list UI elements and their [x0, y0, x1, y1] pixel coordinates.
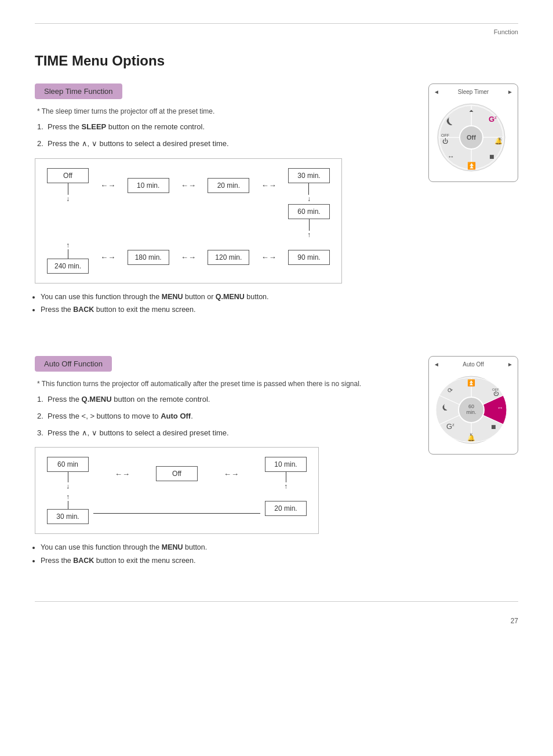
sleep-flow-240-up: ↑ — [66, 241, 70, 249]
sleep-flow-120min: 120 min. — [208, 250, 249, 265]
auto-flow-top-row: 60 min ↓ ←→ Off ←→ 10 min. ↑ — [47, 457, 307, 490]
auto-flow-diagram: 60 min ↓ ←→ Off ←→ 10 min. ↑ ↑ 30 m — [35, 447, 319, 534]
sleep-flow-30-down: ↓ — [307, 195, 311, 203]
sleep-flow-arrow4: ←→ — [94, 253, 121, 261]
sleep-flow-arrow3: ←→ — [256, 181, 282, 190]
sleep-step-1: 1. Press the SLEEP button on the remote … — [37, 121, 420, 133]
auto-step1-num: 1. Press the — [37, 395, 82, 404]
sleep-note: * The sleep timer turns the projector of… — [37, 107, 420, 115]
auto-flow-60-col: 60 min ↓ — [47, 457, 89, 490]
sleep-flow-arrow6: ←→ — [256, 253, 282, 261]
sleep-bullet-2: Press the BACK button to exit the menu s… — [41, 304, 420, 315]
sleep-flow-60-line — [309, 219, 310, 231]
auto-flow-60min: 60 min — [47, 457, 89, 472]
sleep-flow-off-col: Off ↓ — [47, 168, 89, 203]
auto-bullet-2: Press the BACK button to exit the menu s… — [41, 555, 420, 566]
svg-text:⏶: ⏶ — [469, 108, 474, 114]
sleep-flow-240-line — [68, 249, 68, 259]
svg-text:⏾: ⏾ — [442, 404, 449, 411]
auto-flow-10-line — [286, 472, 286, 482]
sleep-remote-title-bar: ◄ Sleep Timer ► — [434, 89, 513, 95]
auto-step3-text: 3. Press the ∧, ∨ buttons to select a de… — [37, 428, 229, 437]
svg-text:OFF: OFF — [441, 133, 449, 137]
sleep-flow-60min-col: 60 min. ↑ — [288, 204, 330, 239]
svg-text:G: G — [489, 115, 494, 123]
auto-flow-30-up: ↑ — [66, 493, 70, 501]
auto-step2-num: 2. Press the <, > buttons to move to — [37, 412, 161, 420]
section-spacer — [35, 339, 518, 356]
svg-text:⏾: ⏾ — [446, 117, 454, 126]
sleep-flow-mid: 60 min. ↑ — [47, 204, 330, 239]
auto-flow-20min: 20 min. — [265, 501, 307, 516]
svg-text:⏻: ⏻ — [493, 391, 499, 397]
auto-flow-30-line — [68, 501, 68, 509]
auto-remote-svg: 60 min. ⏫ ⏻ OFF ↔ ⏹ 🔔 K G z ⏾ ⟳ — [434, 372, 509, 448]
svg-text:60: 60 — [468, 404, 474, 409]
svg-text:↔: ↔ — [497, 404, 504, 411]
svg-text:G: G — [446, 422, 452, 431]
auto-step-1: 1. Press the Q.MENU button on the remote… — [37, 394, 420, 406]
auto-step2-post: . — [191, 412, 193, 420]
auto-flow-30-col: ↑ 30 min. — [47, 493, 89, 524]
sleep-bullet1-qmenu: Q.MENU — [216, 293, 245, 301]
sleep-section-header: Sleep Time Function — [35, 83, 122, 99]
auto-flow-10-col: 10 min. ↑ — [265, 457, 307, 490]
auto-step-3: 3. Press the ∧, ∨ buttons to select a de… — [37, 427, 420, 439]
sleep-flow-180min: 180 min. — [128, 250, 169, 265]
sleep-flow-off: Off — [47, 168, 89, 183]
sleep-flow-arrow2: ←→ — [175, 181, 202, 190]
sleep-bullets: You can use this function through the ME… — [41, 292, 420, 316]
auto-remote-left-arrow: ◄ — [434, 361, 439, 368]
auto-flow-30min: 30 min. — [47, 509, 89, 524]
sleep-flow-bottom-row: ↑ 240 min. ←→ 180 min. ←→ 120 min. ←→ 90… — [47, 241, 330, 274]
page-number: 27 — [511, 617, 518, 625]
sleep-flow-240-col: ↑ 240 min. — [47, 241, 89, 274]
svg-text:z: z — [452, 423, 454, 427]
auto-bullet1-menu: MENU — [162, 543, 183, 551]
auto-flow-bottom-row: ↑ 30 min. 20 min. — [47, 493, 307, 524]
sleep-remote-svg: Off ⏾ G z 🔔 K ⏫ ⏻ OFF — [434, 100, 509, 175]
auto-flow-60-line — [68, 472, 68, 482]
bottom-line — [35, 601, 518, 602]
auto-remote-title: Auto Off — [463, 361, 484, 368]
sleep-flow-90min: 90 min. — [288, 250, 330, 265]
page-container: Function TIME Menu Options ◄ Sleep Timer… — [0, 0, 553, 637]
auto-step1-post: button on the remote control. — [112, 395, 210, 404]
sleep-bullet-1: You can use this function through the ME… — [41, 292, 420, 303]
sleep-flow-60-up: ↑ — [307, 231, 311, 239]
auto-section-header: Auto Off Function — [35, 356, 112, 372]
top-bar: Function — [35, 23, 518, 35]
sleep-flow-60min: 60 min. — [288, 204, 330, 219]
auto-flow-60-arrow: ↓ — [66, 482, 70, 490]
auto-section: ◄ Auto Off ► 60 min. — [35, 356, 518, 566]
sleep-step2-text: 2. Press the ∧, ∨ buttons to select a de… — [37, 139, 229, 148]
sleep-flow-off-line-down — [68, 183, 68, 195]
page-title: TIME Menu Options — [35, 53, 518, 69]
auto-bullet-1: You can use this function through the ME… — [41, 542, 420, 553]
sleep-flow-240min: 240 min. — [47, 259, 89, 274]
sleep-bullet1-menu: MENU — [162, 293, 183, 301]
svg-text:⟳: ⟳ — [448, 387, 453, 394]
svg-text:⏹: ⏹ — [490, 423, 497, 430]
sleep-remote-right-arrow: ► — [507, 89, 513, 95]
svg-text:⏹: ⏹ — [489, 153, 495, 160]
auto-bullet2-back: BACK — [73, 557, 94, 565]
sleep-remote-left-arrow: ◄ — [434, 89, 439, 95]
sleep-flow-top-row: Off ↓ ←→ 10 min. ←→ 20 min. ←→ 30 min. ↓ — [47, 168, 330, 203]
sleep-remote-box: ◄ Sleep Timer ► — [428, 83, 518, 182]
auto-flow-off: Off — [156, 466, 198, 481]
svg-text:z: z — [494, 115, 497, 120]
svg-text:K: K — [499, 136, 502, 141]
svg-text:Off: Off — [467, 134, 476, 141]
auto-note: * This function turns the projector off … — [37, 380, 420, 388]
sleep-flow-30min-col: 30 min. ↓ — [288, 168, 330, 203]
sleep-flow-arrow5: ←→ — [175, 253, 202, 261]
auto-remote-box: ◄ Auto Off ► 60 min. — [428, 356, 518, 455]
sleep-flow-30-line-down — [308, 183, 309, 195]
svg-text:↔: ↔ — [448, 152, 454, 161]
auto-bullets: You can use this function through the ME… — [41, 542, 420, 566]
auto-step1-bold: Q.MENU — [82, 395, 112, 404]
auto-remote-right-arrow: ► — [507, 361, 513, 368]
sleep-remote-title: Sleep Timer — [458, 89, 489, 95]
auto-flow-10-arrow: ↑ — [284, 482, 288, 490]
